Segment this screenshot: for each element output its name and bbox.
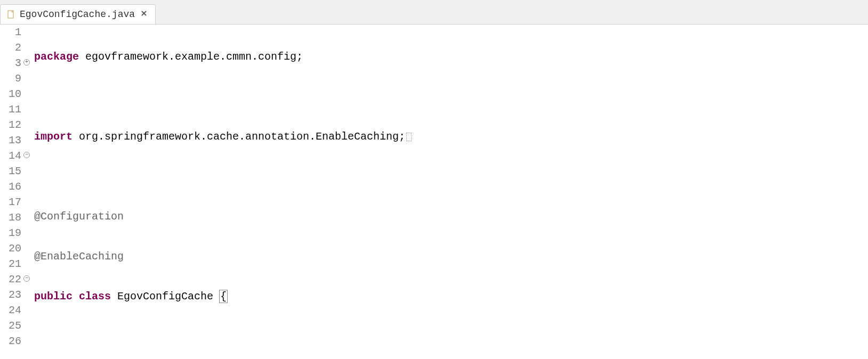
line-number: 18 (0, 210, 21, 225)
line-number: 13 (0, 133, 21, 148)
editor-tab[interactable]: EgovConfigCache.java (0, 4, 156, 24)
line-number: 16 (0, 179, 21, 194)
line-number: 9 (0, 71, 21, 86)
java-file-icon (7, 10, 15, 19)
line-number: 21 (0, 256, 21, 272)
fold-column: + − − (23, 25, 32, 359)
line-number: 20 (0, 241, 21, 256)
code-line: public class EgovConfigCache { (34, 289, 868, 304)
fold-collapse-icon[interactable]: − (23, 275, 30, 282)
line-number: 15 (0, 164, 21, 179)
code-line (34, 329, 868, 344)
tab-bar: EgovConfigCache.java (0, 0, 868, 25)
fold-collapse-icon[interactable]: − (23, 152, 30, 158)
line-number: 22 (0, 272, 21, 287)
code-line: import org.springframework.cache.annotat… (34, 129, 868, 144)
line-number: 11 (0, 102, 21, 117)
line-number: 14 (0, 148, 21, 164)
line-number: 12 (0, 117, 21, 133)
code-line: package egovframework.example.cmmn.confi… (34, 49, 868, 64)
code-line: @Configuration (34, 209, 868, 224)
line-number: 24 (0, 303, 21, 318)
tab-filename: EgovConfigCache.java (20, 9, 135, 20)
code-line: @EnableCaching (34, 249, 868, 264)
code-line (34, 169, 868, 184)
line-number-gutter: 1 2 3 9 10 11 12 13 14 15 16 17 18 19 20… (0, 25, 23, 359)
code-line (34, 89, 868, 104)
code-editor[interactable]: 1 2 3 9 10 11 12 13 14 15 16 17 18 19 20… (0, 25, 868, 359)
line-number: 1 (0, 25, 21, 40)
line-number: 25 (0, 318, 21, 333)
line-number: 2 (0, 40, 21, 55)
line-number: 23 (0, 287, 21, 303)
line-number: 26 (0, 333, 21, 349)
line-number: 3 (0, 55, 21, 71)
folded-imports-marker[interactable] (406, 133, 412, 141)
line-number: 19 (0, 225, 21, 241)
close-icon[interactable] (139, 9, 149, 20)
code-content[interactable]: package egovframework.example.cmmn.confi… (32, 25, 868, 359)
line-number: 10 (0, 86, 21, 102)
fold-expand-icon[interactable]: + (23, 59, 30, 66)
line-number: 17 (0, 194, 21, 210)
